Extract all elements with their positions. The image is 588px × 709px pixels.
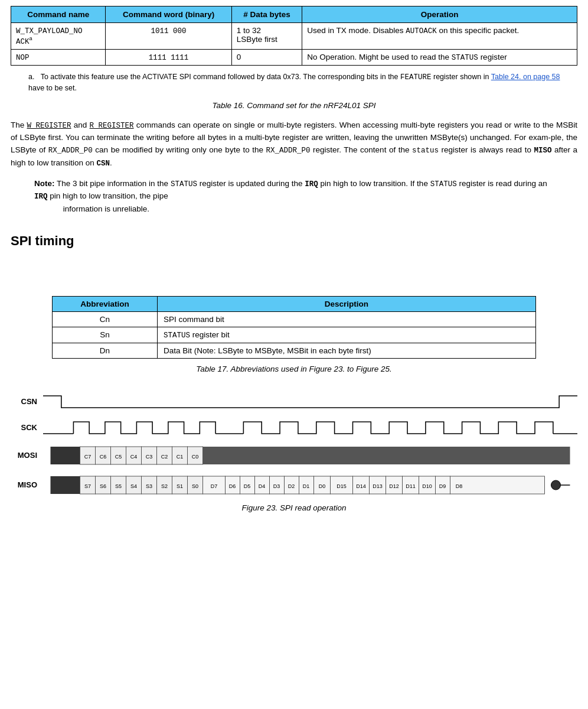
svg-text:D2: D2 xyxy=(288,483,295,489)
svg-text:C1: C1 xyxy=(177,454,184,460)
cmd-bytes-2: 0 xyxy=(231,49,302,65)
status-reg-ref: status xyxy=(412,147,439,155)
table-row: Cn SPI command bit xyxy=(53,311,536,327)
col-header-binary: Command word (binary) xyxy=(106,6,231,23)
svg-text:S4: S4 xyxy=(130,483,137,489)
svg-text:C0: C0 xyxy=(192,454,199,460)
svg-text:C6: C6 xyxy=(100,454,107,460)
svg-text:S3: S3 xyxy=(146,483,152,489)
mosi-wave: C7 C6 C5 C4 C3 C2 C1 C0 xyxy=(43,443,577,468)
cmd-binary-2: 1111 1111 xyxy=(106,49,231,65)
abbr-sn: Sn xyxy=(53,327,158,343)
command-table: Command name Command word (binary) # Dat… xyxy=(11,6,577,66)
table-caption-17: Table 17. Abbreviations used in Figure 2… xyxy=(11,365,577,373)
miso-label: MISO xyxy=(11,480,43,489)
svg-text:D9: D9 xyxy=(439,483,446,489)
svg-text:D6: D6 xyxy=(229,483,236,489)
cmd-name-2: NOP xyxy=(11,49,106,65)
cmd-op-1: Used in TX mode. Disables AUTOACK on thi… xyxy=(302,23,577,50)
sck-row: SCK xyxy=(11,417,577,438)
table-link[interactable]: Table 24. on page 58 xyxy=(491,73,560,81)
note-label: Note: xyxy=(34,179,55,188)
svg-rect-20 xyxy=(203,447,570,464)
table-row: Sn STATUS register bit xyxy=(53,327,536,343)
status-note-1: STATUS xyxy=(171,180,197,188)
svg-text:S2: S2 xyxy=(161,483,168,489)
svg-text:D10: D10 xyxy=(422,483,432,489)
mosi-label: MOSI xyxy=(11,451,43,460)
abbr-col-header: Abbreviation xyxy=(53,296,158,311)
table-caption-16: Table 16. Command set for the nRF24L01 S… xyxy=(11,101,577,110)
feature-text: FEATURE xyxy=(400,73,432,82)
csn-row: CSN xyxy=(11,391,577,412)
table-row: NOP 1111 1111 0 No Operation. Might be u… xyxy=(11,49,577,65)
svg-text:S6: S6 xyxy=(100,483,106,489)
miso-wave: S7 S6 S5 S4 S3 S2 S1 S0 xyxy=(43,473,577,497)
table-row: W_TX_PAYLOAD_NOACKa 1011 000 1 to 32LSBy… xyxy=(11,23,577,50)
cmd-op-2: No Operation. Might be used to read the … xyxy=(302,49,577,65)
csn-ref: CSN xyxy=(97,160,110,168)
svg-rect-21 xyxy=(51,476,80,494)
svg-text:S7: S7 xyxy=(84,483,91,489)
irq-note-1: IRQ xyxy=(305,180,318,188)
r-register-ref: R_REGISTER xyxy=(90,122,134,130)
spi-timing-heading: SPI timing xyxy=(11,233,577,249)
svg-text:S1: S1 xyxy=(177,483,183,489)
body-paragraph: The W_REGISTER and R_REGISTER commands c… xyxy=(11,119,577,170)
svg-text:C7: C7 xyxy=(84,454,92,460)
col-header-name: Command name xyxy=(11,6,106,23)
svg-text:D7: D7 xyxy=(211,483,218,489)
svg-text:D5: D5 xyxy=(244,483,251,489)
desc-dn: Data Bit (Note: LSByte to MSByte, MSBit … xyxy=(157,343,535,358)
abbr-table-wrapper: Abbreviation Description Cn SPI command … xyxy=(11,296,577,359)
note-block: Note: The 3 bit pipe information in the … xyxy=(34,178,554,216)
svg-text:D3: D3 xyxy=(273,483,280,489)
abbr-dn: Dn xyxy=(53,343,158,358)
status-note-2: STATUS xyxy=(430,180,457,188)
rx-addr-p0-b: RX_ADDR_P0 xyxy=(266,147,310,155)
csn-label: CSN xyxy=(11,397,43,406)
svg-rect-53 xyxy=(450,476,545,494)
svg-text:C3: C3 xyxy=(146,454,153,460)
desc-sn: STATUS register bit xyxy=(157,327,535,343)
miso-row: MISO S7 S6 S5 S4 xyxy=(11,473,577,497)
footnote-label: a. xyxy=(28,73,34,81)
svg-text:D14: D14 xyxy=(356,483,366,489)
miso-ref: MISO xyxy=(534,147,551,155)
timing-diagram: CSN SCK xyxy=(11,391,577,497)
svg-text:D8: D8 xyxy=(456,483,463,489)
sck-wave xyxy=(43,417,577,438)
cmd-binary-1: 1011 000 xyxy=(106,23,231,50)
col-header-databytes: # Data bytes xyxy=(231,6,302,23)
sck-label: SCK xyxy=(11,423,43,432)
svg-point-70 xyxy=(551,480,561,490)
cmd-bytes-1: 1 to 32LSByte first xyxy=(231,23,302,50)
cmd-name-1: W_TX_PAYLOAD_NOACKa xyxy=(11,23,106,50)
col-header-operation: Operation xyxy=(302,6,577,23)
svg-text:S0: S0 xyxy=(192,483,198,489)
mosi-row: MOSI C7 C6 xyxy=(11,443,577,468)
rx-addr-p0-a: RX_ADDR_P0 xyxy=(48,147,93,155)
svg-text:D13: D13 xyxy=(373,483,383,489)
abbr-desc-header: Description xyxy=(157,296,535,311)
svg-text:D11: D11 xyxy=(406,483,416,489)
abbr-cn: Cn xyxy=(53,311,158,327)
svg-text:D12: D12 xyxy=(389,483,399,489)
svg-text:C5: C5 xyxy=(115,454,122,460)
csn-wave xyxy=(43,391,577,412)
abbreviations-table: Abbreviation Description Cn SPI command … xyxy=(52,296,536,359)
w-register-ref: W_REGISTER xyxy=(27,122,71,130)
svg-text:D1: D1 xyxy=(303,483,310,489)
table-row: Dn Data Bit (Note: LSByte to MSByte, MSB… xyxy=(53,343,536,358)
svg-text:C2: C2 xyxy=(161,454,168,460)
irq-note-2: IRQ xyxy=(34,193,48,201)
svg-text:D15: D15 xyxy=(337,483,347,489)
svg-text:C4: C4 xyxy=(130,454,138,460)
footnote: a. To activate this feature use the ACTI… xyxy=(28,71,577,95)
figure-caption-23: Figure 23. SPI read operation xyxy=(11,503,577,512)
desc-cn: SPI command bit xyxy=(157,311,535,327)
svg-text:D4: D4 xyxy=(259,483,266,489)
svg-text:D0: D0 xyxy=(319,483,326,489)
svg-rect-3 xyxy=(51,447,80,464)
svg-text:S5: S5 xyxy=(115,483,122,489)
